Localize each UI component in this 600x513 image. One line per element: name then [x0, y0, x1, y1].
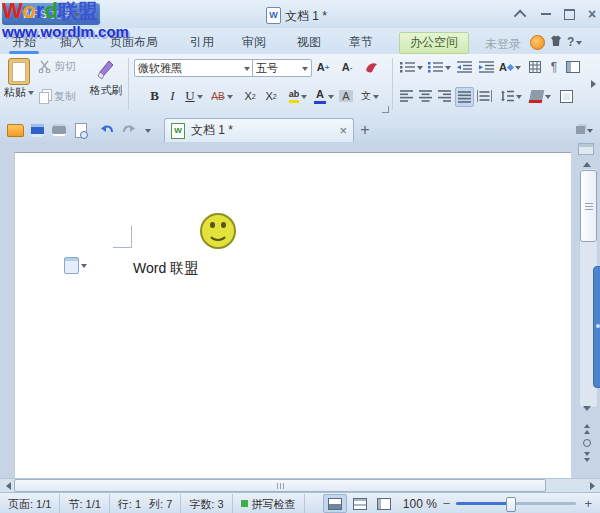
strikethrough-button[interactable]: AB: [208, 87, 236, 105]
doc-tab-close-button[interactable]: ×: [339, 123, 347, 138]
paste-button[interactable]: 粘贴: [4, 57, 34, 113]
scroll-right-button[interactable]: [588, 479, 600, 492]
superscript-button[interactable]: X2: [240, 87, 260, 105]
next-page-button[interactable]: [578, 451, 596, 465]
login-status[interactable]: 未登录: [485, 36, 521, 53]
fold-ribbon-button[interactable]: [511, 6, 531, 22]
close-button[interactable]: ×: [582, 6, 600, 22]
strikethrough-icon: AB: [211, 91, 224, 102]
phonetic-icon: 文: [361, 89, 371, 103]
zoom-slider-handle[interactable]: [506, 497, 516, 512]
align-left-button[interactable]: [398, 87, 415, 105]
underline-button[interactable]: U: [182, 87, 206, 105]
ribbon-expand-button[interactable]: [591, 80, 600, 88]
increase-indent-button[interactable]: [476, 58, 496, 76]
highlight-button[interactable]: ab: [285, 87, 311, 105]
doc-tab-active[interactable]: W 文档 1 * ×: [164, 118, 354, 142]
font-dialog-launcher[interactable]: [382, 106, 389, 113]
redo-button[interactable]: [118, 120, 140, 140]
clear-format-button[interactable]: [360, 58, 382, 76]
thumb-grip: [280, 483, 281, 489]
folder-icon: [7, 124, 24, 137]
undo-button[interactable]: [96, 120, 118, 140]
open-button[interactable]: [4, 120, 26, 140]
phonetic-guide-button[interactable]: 文: [357, 87, 383, 105]
tab-insert[interactable]: 插入: [56, 32, 88, 52]
align-left-icon: [400, 90, 413, 102]
text-effects-button[interactable]: A: [498, 58, 522, 76]
numbered-list-button[interactable]: [426, 58, 452, 76]
status-page[interactable]: 页面: 1/1: [0, 494, 60, 513]
char-shading-button[interactable]: A: [337, 87, 355, 105]
tab-view[interactable]: 视图: [293, 32, 325, 52]
shrink-font-button[interactable]: A-: [336, 58, 358, 76]
maximize-button[interactable]: [559, 6, 579, 22]
font-size-combo[interactable]: 五号: [252, 59, 312, 77]
skin-icon[interactable]: [549, 34, 563, 48]
scroll-up-button[interactable]: [578, 156, 596, 168]
web-layout-icon: [377, 498, 391, 510]
split-box-icon[interactable]: [578, 143, 594, 155]
feedback-icon[interactable]: [530, 35, 545, 50]
justify-button[interactable]: [455, 87, 474, 107]
scroll-left-button[interactable]: [0, 479, 12, 492]
zoom-out-button[interactable]: −: [443, 496, 451, 511]
insert-table-button[interactable]: [526, 58, 544, 76]
help-button[interactable]: ?: [567, 35, 582, 49]
shading-button[interactable]: [526, 87, 554, 105]
tab-section[interactable]: 章节: [345, 32, 377, 52]
new-tab-button[interactable]: +: [354, 120, 376, 140]
tab-page-layout[interactable]: 页面布局: [106, 32, 162, 52]
arrow-left-icon: [2, 482, 11, 490]
subscript-button[interactable]: X2: [261, 87, 281, 105]
print-button[interactable]: [48, 120, 70, 140]
format-painter-button[interactable]: 格式刷: [86, 57, 126, 113]
document-map-button[interactable]: [564, 58, 582, 76]
font-color-button[interactable]: A: [313, 87, 335, 105]
web-layout-button[interactable]: [373, 495, 395, 512]
grow-font-button[interactable]: A+: [312, 58, 334, 76]
scroll-down-button[interactable]: [578, 404, 596, 416]
decrease-indent-button[interactable]: [454, 58, 474, 76]
document-page[interactable]: [14, 152, 571, 479]
status-word-count[interactable]: 字数: 3: [181, 494, 232, 513]
spell-check-status[interactable]: 拼写检查: [233, 494, 305, 513]
zoom-in-button[interactable]: +: [584, 496, 592, 511]
distribute-button[interactable]: [475, 87, 494, 105]
spell-check-icon: [241, 500, 248, 507]
qat-customize-button[interactable]: [140, 120, 154, 140]
side-panel-tab[interactable]: [593, 266, 600, 388]
outline-view-button[interactable]: [349, 495, 371, 512]
tab-review[interactable]: 审阅: [238, 32, 270, 52]
vertical-scrollbar-thumb[interactable]: [580, 170, 597, 242]
print-preview-button[interactable]: [70, 120, 92, 140]
minimize-button[interactable]: [536, 6, 556, 22]
italic-button[interactable]: I: [165, 87, 180, 105]
tab-home[interactable]: 开始: [8, 32, 40, 52]
arrow-down-icon: [583, 406, 591, 415]
paste-options-button[interactable]: [64, 257, 87, 274]
copy-button[interactable]: 复制: [38, 89, 76, 104]
bold-button[interactable]: B: [146, 87, 163, 105]
wps-app-menu-button[interactable]: WPS 文字: [2, 3, 100, 25]
zoom-slider-track[interactable]: [456, 502, 576, 505]
tab-references[interactable]: 引用: [186, 32, 218, 52]
show-marks-button[interactable]: ¶: [546, 58, 562, 76]
page-view-button[interactable]: [323, 494, 347, 513]
save-button[interactable]: [26, 120, 48, 140]
bullet-list-button[interactable]: [398, 58, 424, 76]
font-name-combo[interactable]: 微软雅黑: [134, 59, 254, 77]
select-browse-object-button[interactable]: [578, 437, 596, 449]
line-spacing-button[interactable]: [497, 87, 523, 105]
tab-office-space[interactable]: 办公空间: [399, 32, 469, 54]
zoom-level[interactable]: 100 %: [403, 497, 437, 511]
cut-button[interactable]: 剪切: [38, 59, 76, 74]
align-right-button[interactable]: [436, 87, 453, 105]
borders-button[interactable]: [557, 87, 575, 105]
status-section[interactable]: 节: 1/1: [60, 494, 109, 513]
arrow-right-icon: [590, 482, 599, 490]
horizontal-scrollbar-thumb[interactable]: [14, 479, 546, 492]
tab-list-button[interactable]: [572, 120, 596, 140]
align-center-button[interactable]: [417, 87, 434, 105]
previous-page-button[interactable]: [578, 420, 596, 434]
